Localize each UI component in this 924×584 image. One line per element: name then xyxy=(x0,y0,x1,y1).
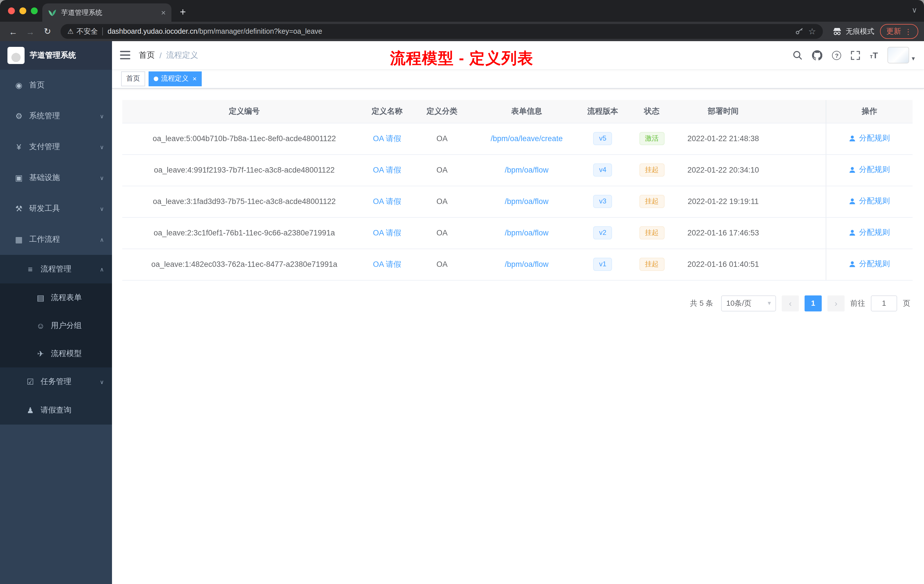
category-cell: OA xyxy=(408,217,476,249)
page-size-select[interactable]: 10条/页 ▾ xyxy=(721,295,776,311)
assign-rule-link[interactable]: 分配规则 xyxy=(849,196,890,206)
breadcrumb-home[interactable]: 首页 xyxy=(139,50,155,60)
help-icon[interactable]: ? xyxy=(832,51,842,60)
definition-name-link[interactable]: OA 请假 xyxy=(373,260,401,268)
sidebar-item-label: 任务管理 xyxy=(41,376,71,387)
tag-close-icon[interactable]: × xyxy=(193,74,196,82)
password-key-icon[interactable] xyxy=(795,27,804,36)
status-badge: 挂起 xyxy=(639,163,664,177)
user-avatar[interactable]: ▾ xyxy=(888,47,915,63)
sidebar-item-label: 请假查询 xyxy=(41,405,71,416)
tag-process-definition[interactable]: 流程定义 × xyxy=(148,71,202,86)
bookmark-star-icon[interactable]: ☆ xyxy=(808,26,816,36)
reload-button[interactable]: ↻ xyxy=(40,24,55,39)
definition-id-cell: oa_leave:1:482ec033-762a-11ec-8477-a2380… xyxy=(122,249,366,280)
search-icon[interactable] xyxy=(793,50,803,60)
table-row: oa_leave:4:991f2193-7b7f-11ec-a3c8-acde4… xyxy=(122,154,912,186)
warning-icon: ⚠ xyxy=(68,27,74,35)
github-icon[interactable] xyxy=(812,50,823,60)
sidebar-item-leave-query[interactable]: ♟ 请假查询 xyxy=(0,396,112,425)
assign-rule-link[interactable]: 分配规则 xyxy=(849,228,890,238)
category-cell: OA xyxy=(408,123,476,154)
new-tab-button[interactable]: + xyxy=(175,4,191,20)
page-unit-label: 页 xyxy=(903,298,910,308)
deploy-time-cell: 2022-01-22 20:34:10 xyxy=(675,154,771,186)
sidebar-item-system-management[interactable]: ⚙ 系统管理 ∨ xyxy=(0,101,112,132)
sidebar-item-process-management[interactable]: ≡ 流程管理 ∧ xyxy=(0,255,112,284)
user-icon: ♟ xyxy=(24,406,36,415)
tools-icon: ⚒ xyxy=(13,204,25,213)
status-badge: 挂起 xyxy=(639,195,664,208)
sidebar-item-label: 流程管理 xyxy=(41,264,71,274)
category-cell: OA xyxy=(408,249,476,280)
sidebar-item-payment-management[interactable]: ¥ 支付管理 ∨ xyxy=(0,132,112,162)
minimize-window-button[interactable] xyxy=(20,7,26,14)
logo-avatar xyxy=(7,47,25,64)
form-link[interactable]: /bpm/oa/leave/create xyxy=(490,134,563,143)
definition-table: 定义编号 定义名称 定义分类 表单信息 流程版本 状态 部署时间 操作 xyxy=(122,100,912,280)
table-row: oa_leave:2:3c1f0ef1-76b1-11ec-9c66-a2380… xyxy=(122,217,912,249)
app-header: 首页 / 流程定义 流程模型 - 定义列表 ? xyxy=(112,41,924,69)
form-link[interactable]: /bpm/oa/flow xyxy=(505,229,549,237)
version-badge: v4 xyxy=(594,163,612,177)
deploy-time-cell: 2022-01-22 21:48:38 xyxy=(675,123,771,154)
definition-name-link[interactable]: OA 请假 xyxy=(373,197,401,205)
security-status[interactable]: ⚠ 不安全 xyxy=(68,26,98,36)
page-number-button[interactable]: 1 xyxy=(805,295,822,311)
sidebar-item-task-management[interactable]: ☑ 任务管理 ∨ xyxy=(0,368,112,396)
task-icon: ☑ xyxy=(24,377,36,386)
zoom-window-button[interactable] xyxy=(31,7,38,14)
browser-tab[interactable]: 芋道管理系统 × xyxy=(42,3,172,22)
next-page-button[interactable]: › xyxy=(827,295,845,311)
sidebar-item-process-model[interactable]: ✈ 流程模型 xyxy=(0,340,112,368)
form-link[interactable]: /bpm/oa/flow xyxy=(505,197,549,206)
tags-view: 首页 流程定义 × xyxy=(112,69,924,89)
incognito-icon xyxy=(832,26,842,36)
hamburger-icon[interactable] xyxy=(120,51,130,59)
form-link[interactable]: /bpm/oa/flow xyxy=(505,260,549,269)
assign-rule-label: 分配规则 xyxy=(859,259,890,269)
forward-button[interactable]: → xyxy=(23,24,38,39)
sidebar-item-workflow[interactable]: ▦ 工作流程 ∧ xyxy=(0,224,112,255)
form-link[interactable]: /bpm/oa/flow xyxy=(505,166,549,174)
definition-name-link[interactable]: OA 请假 xyxy=(373,134,401,143)
sidebar-item-process-form[interactable]: ▤ 流程表单 xyxy=(0,284,112,312)
assign-rule-link[interactable]: 分配规则 xyxy=(849,134,890,144)
goto-page-input[interactable] xyxy=(871,295,897,311)
assign-rule-link[interactable]: 分配规则 xyxy=(849,259,890,269)
tag-home[interactable]: 首页 xyxy=(121,71,145,86)
security-label: 不安全 xyxy=(77,26,98,36)
definition-name-link[interactable]: OA 请假 xyxy=(373,165,401,174)
assign-rule-link[interactable]: 分配规则 xyxy=(849,165,890,175)
back-button[interactable]: ← xyxy=(6,24,21,39)
more-vert-icon[interactable]: ⋮ xyxy=(904,27,912,36)
fullscreen-icon[interactable] xyxy=(851,51,860,60)
sidebar-item-label: 工作流程 xyxy=(29,234,60,244)
col-status: 状态 xyxy=(628,100,675,123)
font-size-icon[interactable]: тT xyxy=(870,51,878,59)
col-definition-id: 定义编号 xyxy=(122,100,366,123)
sidebar-logo[interactable]: 芋道管理系统 xyxy=(0,41,112,70)
sidebar-item-label: 首页 xyxy=(29,80,45,90)
sidebar-item-home[interactable]: ◉ 首页 xyxy=(0,70,112,101)
definition-name-link[interactable]: OA 请假 xyxy=(373,228,401,237)
tab-search-chevron-icon[interactable]: ∨ xyxy=(912,6,917,14)
spacer-cell xyxy=(771,249,826,280)
address-bar[interactable]: ⚠ 不安全 dashboard.yudao.iocoder.cn/bpm/man… xyxy=(61,24,823,39)
prev-page-button[interactable]: ‹ xyxy=(782,295,799,311)
deploy-time-cell: 2022-01-16 17:46:53 xyxy=(675,217,771,249)
close-window-button[interactable] xyxy=(8,7,15,14)
incognito-badge: 无痕模式 xyxy=(832,26,874,36)
assign-rule-label: 分配规则 xyxy=(859,134,890,144)
sidebar-item-dev-tools[interactable]: ⚒ 研发工具 ∨ xyxy=(0,193,112,224)
pagination: 共 5 条 10条/页 ▾ ‹ 1 › 前往 页 xyxy=(122,280,912,311)
col-process-version: 流程版本 xyxy=(577,100,628,123)
tab-close-icon[interactable]: × xyxy=(161,8,166,17)
sidebar-item-infrastructure[interactable]: ▣ 基础设施 ∨ xyxy=(0,162,112,193)
update-button[interactable]: 更新 ⋮ xyxy=(880,24,918,39)
deploy-time-cell: 2022-01-16 01:40:51 xyxy=(675,249,771,280)
version-badge: v1 xyxy=(594,257,612,271)
incognito-label: 无痕模式 xyxy=(846,26,874,36)
sidebar-item-user-group[interactable]: ☺ 用户分组 xyxy=(0,312,112,340)
page-size-value: 10条/页 xyxy=(726,298,751,308)
